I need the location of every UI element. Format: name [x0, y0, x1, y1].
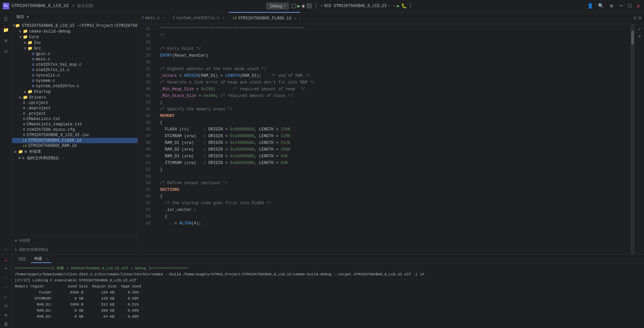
tab-close-flash-ld[interactable]: ✕: [294, 16, 296, 20]
tab-flash-ld[interactable]: LD STM32H750XBHX_FLASH.ld ✕: [229, 12, 300, 24]
tree-item[interactable]: ≡ ≡ 临时文件和控制台: [12, 155, 138, 161]
tree-item[interactable]: ▶📁 Inc: [12, 40, 138, 46]
temp-files[interactable]: ≡ 临时文件和控制台: [12, 245, 138, 254]
tree-arrow: ▶: [13, 149, 18, 154]
sidebar-icon-menu[interactable]: ☰: [1, 14, 11, 24]
tree-item[interactable]: ≡ STM32H750XBH6_8_LCD_UI.ioc: [12, 132, 138, 138]
trash-icon[interactable]: 🗑: [1, 320, 11, 328]
tab-system-c[interactable]: C system_stm32h7xx.c ✕: [169, 12, 229, 24]
file-txt-icon: ≡: [23, 117, 25, 121]
tree-item[interactable]: ▼📁 Core: [12, 34, 138, 40]
tab-label-flash-ld: STM32H750XBHX_FLASH.ld: [238, 16, 291, 21]
tab-close-main-c[interactable]: ✕: [162, 16, 164, 20]
tree-item[interactable]: ▶📁 ⊕ 外部库: [12, 149, 138, 155]
tab-label-main-c: main.c: [145, 16, 160, 20]
profile-icon[interactable]: 👤: [586, 2, 594, 10]
line-numbers: 3132333435363738394041424344454647484950…: [138, 24, 155, 254]
sidebar-icon-bookmarks[interactable]: ⊟: [1, 46, 11, 56]
tab-close-system-c[interactable]: ✕: [222, 16, 224, 20]
tree-item-label: .project: [26, 111, 46, 116]
tree-item-label: ≡ 临时文件和控制台: [22, 155, 59, 161]
line-number: 55: [138, 186, 151, 193]
tree-item[interactable]: ≡ .project: [12, 111, 138, 116]
editor-settings-icon[interactable]: ⚙: [638, 34, 640, 39]
tree-item-label: gpio.c: [36, 52, 50, 56]
search-icon[interactable]: 🔍: [597, 2, 605, 10]
down-arrow-icon[interactable]: ↓: [1, 283, 11, 291]
error-icon[interactable]: ⚠: [1, 256, 11, 264]
up-arrow-icon[interactable]: ↑: [1, 274, 11, 282]
build-output-line: RAM_D2: 0 GB 288 KB 0.00%: [15, 308, 641, 314]
file-tree-header[interactable]: 项目 ▾: [12, 12, 138, 22]
tree-arrow: ▼: [13, 23, 15, 28]
code-line: /* Entry Point */: [160, 46, 631, 52]
tree-item[interactable]: ≡ CMakeLists_template.txt: [12, 122, 138, 127]
tree-item[interactable]: ▶📁 cmake-build-debug: [12, 29, 138, 34]
debug-button[interactable]: Debug ▾: [266, 3, 288, 9]
tree-item[interactable]: ≡ stm32h750b-disco.cfg: [12, 127, 138, 132]
tab-main-c[interactable]: C main.c ✕: [138, 12, 169, 24]
list-icon[interactable]: ≡: [1, 265, 11, 273]
build-output-line: DTCMRAM: 0 GB 128 KB 0.00%: [15, 295, 641, 302]
sidebar-icon-project[interactable]: 📁: [1, 25, 11, 35]
tree-item[interactable]: C stm32h7xx_it.c: [12, 67, 138, 73]
tree-item[interactable]: LD STM32H750XBHX_FLASH.ld: [12, 138, 138, 143]
right-editor-icons: ✓ ⚙: [635, 24, 644, 254]
tree-item[interactable]: C gpio.c: [12, 51, 138, 57]
play-icon[interactable]: ▶: [298, 3, 301, 9]
file-c-icon: C: [32, 68, 35, 72]
bottom-tab-messages[interactable]: 消息: [15, 256, 30, 263]
bottom-tabs: 消息 构建 ✕: [12, 255, 644, 264]
tree-item[interactable]: ▼📁 Src: [12, 46, 138, 51]
code-line: RAM_D2 (xrw) : ORIGIN = 0x30000000, LENG…: [160, 146, 631, 153]
tree-item[interactable]: C system_stm32h7xx.c: [12, 84, 138, 89]
tab-list-icon[interactable]: ⊟: [634, 15, 636, 21]
tree-item[interactable]: C syscalls.c: [12, 73, 138, 78]
bottom-tab-close-build[interactable]: ✕: [46, 257, 48, 261]
tree-item[interactable]: C main.c: [12, 57, 138, 62]
tree-item[interactable]: ≡ .mxproject: [12, 106, 138, 111]
check-mark-icon[interactable]: ✓: [638, 26, 641, 32]
tree-item[interactable]: C sysmem.c: [12, 78, 138, 84]
code-line: FLASH (rx) : ORIGIN = 0x08000000, LENGTH…: [160, 126, 631, 133]
sidebar-icon-more[interactable]: ⋯: [1, 244, 11, 254]
tree-item[interactable]: ▶📁 Startup: [12, 89, 138, 95]
line-number: 36: [138, 59, 151, 66]
code-area[interactable]: ****************************************…: [155, 24, 631, 254]
tree-item[interactable]: ≡ .cproject: [12, 100, 138, 106]
upload-icon[interactable]: ⇧: [393, 3, 395, 9]
line-number: 31: [138, 25, 151, 32]
external-libs[interactable]: ⊕ 外部库: [12, 236, 138, 245]
code-line: _estack = ORIGIN(RAM_D1) + LENGTH(RAM_D1…: [160, 72, 631, 79]
tree-item[interactable]: LD STM32H750XBHX_RAM.ld: [12, 143, 138, 149]
sidebar-icon-structure[interactable]: ⊞: [1, 36, 11, 46]
run-icon[interactable]: ◉: [302, 3, 305, 9]
more-icon[interactable]: ⋮: [408, 3, 413, 9]
tab-split-icon[interactable]: ⊞: [639, 15, 641, 21]
tree-item[interactable]: ▶📁 Drivers: [12, 95, 138, 100]
settings-gear-icon[interactable]: ⚙: [607, 2, 615, 10]
play-bottom-icon[interactable]: ▷: [1, 293, 11, 301]
file-tree-content[interactable]: ▼📁 STM32H750XBH6_8_LCD_UI ~/STM32_Projec…: [12, 22, 138, 236]
ocd-button[interactable]: ⚡ OCD STM32H750XBH6_8_LCD_UI ▾: [320, 4, 390, 8]
play2-icon[interactable]: ▶: [397, 3, 400, 9]
tree-item-label: .mxproject: [26, 106, 51, 111]
folder-icon: 📁: [23, 29, 28, 34]
stop-icon[interactable]: ⬛: [306, 3, 312, 9]
tree-item[interactable]: ▼📁 STM32H750XBH6_8_LCD_UI ~/STM32_Projec…: [12, 23, 138, 29]
tree-item[interactable]: ≡ CMakeLists.txt: [12, 116, 138, 122]
pin-icon[interactable]: ⊕: [1, 311, 11, 319]
tree-item[interactable]: C stm32h7xx_hal_msp.c: [12, 62, 138, 67]
bottom-tab-build[interactable]: 构建 ✕: [31, 255, 51, 263]
close-button[interactable]: ✕: [635, 3, 641, 9]
scrollbar[interactable]: [631, 24, 635, 254]
terminal-icon[interactable]: ⊡: [1, 302, 11, 310]
file-c-icon: C: [32, 57, 35, 61]
bug-icon[interactable]: 🐛: [401, 3, 407, 9]
tree-item-label: CMakeLists.txt: [26, 117, 60, 121]
minimize-button[interactable]: ─: [618, 3, 624, 9]
tree-item-label: Core: [29, 35, 39, 40]
maximize-button[interactable]: □: [627, 3, 633, 9]
vcs-label[interactable]: ▸ 版本控制: [72, 3, 93, 9]
code-line: DTCMRAM (xrw) : ORIGIN = 0x20000000, LEN…: [160, 133, 631, 140]
